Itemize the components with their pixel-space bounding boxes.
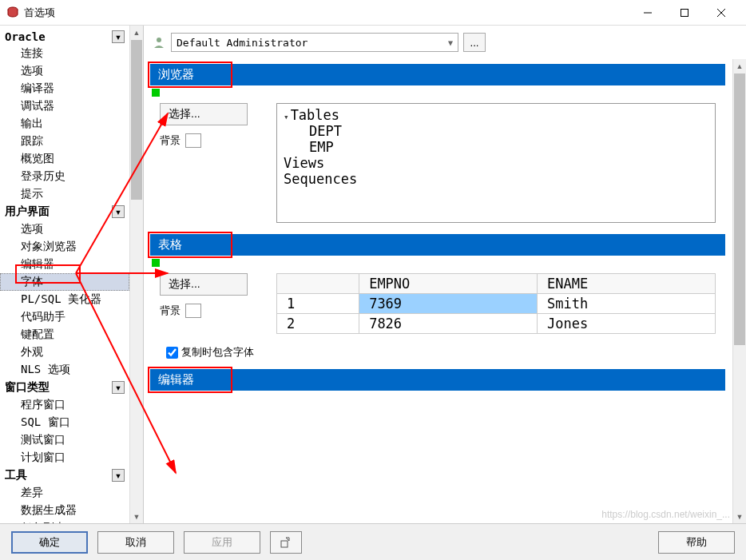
bg-color-swatch[interactable] bbox=[185, 133, 201, 148]
tree-root: Tables bbox=[284, 107, 708, 123]
tree-group-header[interactable]: 工具▾ bbox=[0, 467, 129, 484]
bg-label: 背景 bbox=[160, 304, 181, 318]
tree-item[interactable]: 键配置 bbox=[0, 326, 129, 344]
chevron-down-icon: ▼ bbox=[448, 38, 453, 47]
cancel-button[interactable]: 取消 bbox=[97, 531, 174, 554]
export-button[interactable] bbox=[270, 531, 302, 554]
chevron-down-icon[interactable]: ▾ bbox=[112, 205, 125, 218]
tree-item[interactable]: SQL 窗口 bbox=[0, 414, 129, 431]
tree-item[interactable]: 概览图 bbox=[0, 150, 129, 168]
minimize-button[interactable] bbox=[629, 0, 666, 26]
copy-font-checkbox[interactable] bbox=[166, 347, 178, 359]
apply-button[interactable]: 应用 bbox=[184, 531, 260, 554]
tree-item[interactable]: 代码助手 bbox=[0, 308, 129, 326]
section-title: 表格 bbox=[158, 237, 182, 251]
tree-item[interactable]: 编译器 bbox=[0, 80, 129, 97]
browser-preview: Tables DEPT EMP Views Sequences bbox=[276, 103, 716, 223]
tree-item[interactable]: 连接 bbox=[0, 45, 129, 62]
tree-group-header[interactable]: Oracle▾ bbox=[0, 29, 129, 45]
tree-item[interactable]: 差异 bbox=[0, 484, 129, 502]
copy-font-label: 复制时包含字体 bbox=[181, 345, 254, 359]
chevron-down-icon[interactable]: ▾ bbox=[112, 381, 125, 394]
table-header bbox=[277, 274, 359, 294]
main-scrollbar[interactable]: ▲ ▼ bbox=[732, 59, 746, 523]
tree-item[interactable]: 数据生成器 bbox=[0, 502, 129, 519]
ok-button[interactable]: 确定 bbox=[11, 531, 88, 554]
green-indicator bbox=[152, 89, 160, 97]
chevron-down-icon[interactable]: ▾ bbox=[112, 30, 125, 43]
select-font-button-grid[interactable]: 选择... bbox=[160, 273, 248, 296]
tree-group-header[interactable]: 用户界面▾ bbox=[0, 203, 129, 220]
app-icon bbox=[6, 6, 19, 19]
main-panel: Default Administrator ▼ ... 浏览器 选择... 背景 bbox=[144, 26, 746, 523]
role-select-value: Default Administrator bbox=[177, 37, 308, 49]
table-header: EMPNO bbox=[359, 274, 538, 294]
tree-item[interactable]: 外观 bbox=[0, 344, 129, 361]
sidebar-scrollbar[interactable]: ▲ ▼ bbox=[129, 26, 143, 523]
tree-child: DEPT bbox=[284, 123, 708, 139]
svg-rect-6 bbox=[281, 541, 288, 547]
more-button[interactable]: ... bbox=[463, 33, 486, 52]
select-font-button-browser[interactable]: 选择... bbox=[160, 103, 248, 125]
svg-rect-2 bbox=[681, 9, 688, 16]
section-header-editor: 编辑器 bbox=[150, 369, 725, 391]
table-header: ENAME bbox=[538, 274, 716, 294]
tree-item[interactable]: PL/SQL 美化器 bbox=[0, 291, 129, 308]
tree-item[interactable]: 选项 bbox=[0, 220, 129, 238]
tree-sibling: Sequences bbox=[284, 171, 708, 187]
section-title: 浏览器 bbox=[158, 67, 194, 81]
help-button[interactable]: 帮助 bbox=[658, 531, 735, 554]
tree-sibling: Views bbox=[284, 155, 708, 171]
maximize-button[interactable] bbox=[666, 0, 703, 26]
section-header-browser: 浏览器 bbox=[150, 64, 725, 85]
tree-item[interactable]: 提示 bbox=[0, 185, 129, 203]
section-title: 编辑器 bbox=[158, 372, 194, 386]
role-icon bbox=[152, 35, 166, 50]
window-title: 首选项 bbox=[24, 6, 629, 20]
tree-item[interactable]: 对象浏览器 bbox=[0, 238, 129, 256]
section-header-grid: 表格 bbox=[150, 234, 725, 256]
tree-child: EMP bbox=[284, 139, 708, 155]
tree-item[interactable]: 编辑器 bbox=[0, 256, 129, 273]
grid-preview: EMPNO ENAME 1 7369 Smith 2 7826 Jones bbox=[276, 273, 716, 334]
sidebar: Oracle▾连接选项编译器调试器输出跟踪概览图登录历史提示用户界面▾选项对象浏… bbox=[0, 26, 144, 523]
tree-item[interactable]: NLS 选项 bbox=[0, 361, 129, 379]
footer: 确定 取消 应用 帮助 bbox=[0, 523, 746, 560]
tree-item[interactable]: 调试器 bbox=[0, 97, 129, 115]
tree-item[interactable]: 登录历史 bbox=[0, 168, 129, 185]
table-row: 1 7369 Smith bbox=[277, 294, 716, 314]
tree-item[interactable]: 计划窗口 bbox=[0, 449, 129, 467]
tree-item[interactable]: 字体 bbox=[0, 273, 129, 291]
chevron-down-icon[interactable]: ▾ bbox=[112, 469, 125, 482]
tree-item[interactable]: 选项 bbox=[0, 62, 129, 80]
tree-item[interactable]: 跟踪 bbox=[0, 133, 129, 150]
bg-label: 背景 bbox=[160, 133, 181, 148]
role-select[interactable]: Default Administrator ▼ bbox=[171, 33, 458, 52]
close-button[interactable] bbox=[703, 0, 740, 26]
titlebar: 首选项 bbox=[0, 0, 746, 26]
tree-group-header[interactable]: 窗口类型▾ bbox=[0, 379, 129, 396]
bg-color-swatch[interactable] bbox=[185, 304, 201, 318]
tree-item[interactable]: 程序窗口 bbox=[0, 396, 129, 414]
tree-item[interactable]: 测试窗口 bbox=[0, 431, 129, 449]
tree-item[interactable]: 输出 bbox=[0, 115, 129, 133]
tree-item[interactable]: 任务列表 bbox=[0, 519, 129, 523]
green-indicator bbox=[152, 259, 160, 267]
table-row: 2 7826 Jones bbox=[277, 314, 716, 334]
svg-point-5 bbox=[157, 38, 161, 42]
export-icon bbox=[280, 536, 292, 549]
